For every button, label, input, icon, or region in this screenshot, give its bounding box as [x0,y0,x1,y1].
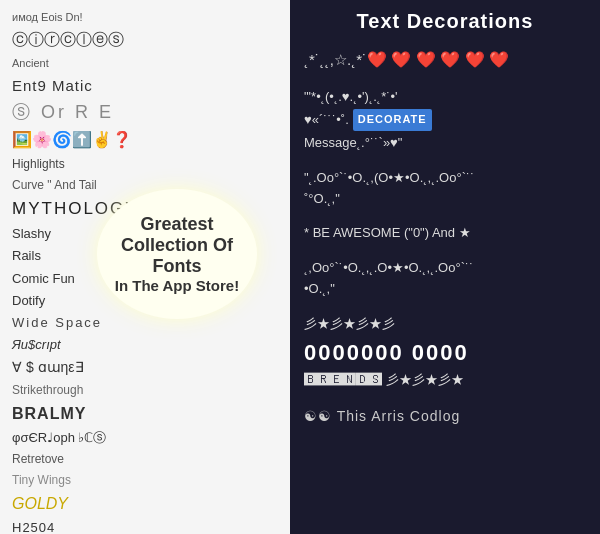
deco-big-zeros: 0000000 0000 [304,335,586,370]
deco-block-7: ☯☯ This Arris Codlog [304,405,586,427]
font-list-item-goldy[interactable]: GOLDY [0,491,290,517]
font-list-item-emoji-icons[interactable]: 🖼️🌸🌀⬆️✌️❓ [0,127,290,153]
font-list-item-highlights[interactable]: Highlights [0,154,290,175]
font-list-item-curve-tail[interactable]: Curve " And Tail [0,175,290,196]
deco-line-5a: ˛,Oo°`˙•O.˛,˛.O•★•O.˛,˛.Oo°`˙˙ [304,258,586,279]
promo-line1: Greatest [140,214,213,235]
font-list-panel[interactable]: имод Eois Dn!ⓒⓘⓡⓒⓛⓔⓢAncientEnt9 Maticⓢ O… [0,0,290,534]
deco-decorate-row: ♥«´˙˙˙•˚. DECORATE [304,109,586,131]
font-list-item-strikethrough[interactable]: Strikethrough [0,380,290,401]
deco-line-2a: "'*•˛(•˛.♥.˛•')˛.˛*˙•' [304,87,586,108]
promo-line4: In The App Store! [115,277,239,294]
promo-line3: Fonts [153,256,202,277]
deco-line-3a: "˛.Oo°`˙•O.˛,(O•★•O.˛,˛.Oo°`˙˙ [304,168,586,189]
deco-block-4: * BE AWESOME ("0") And ★ [304,223,586,244]
font-list-item-phi[interactable]: φσЄR♩oph ♭ℂⓢ [0,427,290,449]
font-list-item-retretove[interactable]: Retretove [0,449,290,470]
deco-stars-line: 彡★彡★彡★彡 [304,314,586,335]
deco-awesome-line: * BE AWESOME ("0") And ★ [304,223,586,244]
red-hearts: ❤️ ❤️ ❤️ ❤️ ❤️ ❤️ [367,51,509,68]
deco-block-6: 彡★彡★彡★彡 0000000 0000 🅱🆁🅴🅽🅳🆂 彡★彡★彡★ [304,314,586,391]
deco-hearts-text: ˛*˙˛˛,☆.˛*˙❤️ ❤️ ❤️ ❤️ ❤️ ❤️ [304,51,509,68]
font-list-item-or-re[interactable]: ⓢ Or R E [0,98,290,127]
deco-block-3: "˛.Oo°`˙•O.˛,(O•★•O.˛,˛.Oo°`˙˙ ˚°O.˛," [304,168,586,210]
deco-friends-line: 🅱🆁🅴🅽🅳🆂 彡★彡★彡★ [304,370,586,391]
font-list-item-bralmy[interactable]: BRALMY [0,401,290,427]
deco-line-5b: •O.˛," [304,279,586,300]
font-list-item-wide-space[interactable]: Wide Space [0,312,290,334]
deco-message-line: Message˛.°˙˙`»♥" [304,133,586,154]
decorate-box: DECORATE [353,109,432,131]
text-decorations-panel: Text Decorations ˛*˙˛˛,☆.˛*˙❤️ ❤️ ❤️ ❤️ … [290,0,600,534]
font-list-item-ent9[interactable]: Ent9 Matic [0,73,290,98]
font-list-item-h2504[interactable]: H2504 [0,517,290,534]
font-list-item-wings[interactable]: Tiny Wings [0,470,290,491]
deco-block-5: ˛,Oo°`˙•O.˛,˛.O•★•O.˛,˛.Oo°`˙˙ •O.˛," [304,258,586,300]
font-list-item-math[interactable]: ∀ $ ɑɯηε∃ [0,356,290,380]
font-list-item-script[interactable]: Яu$crıpt [0,334,290,356]
deco-line-3b: ˚°O.˛," [304,189,586,210]
deco-block-1: ˛*˙˛˛,☆.˛*˙❤️ ❤️ ❤️ ❤️ ❤️ ❤️ [304,47,586,73]
font-list-item-ancient[interactable]: Ancient [0,54,290,73]
panel-title: Text Decorations [304,10,586,33]
promo-line2: Collection Of [121,235,233,256]
center-promo-overlay: Greatest Collection Of Fonts In The App … [97,189,257,319]
deco-block-2: "'*•˛(•˛.♥.˛•')˛.˛*˙•' ♥«´˙˙˙•˚. DECORAT… [304,87,586,154]
font-list-item-иmod-eois[interactable]: имод Eois Dn! [0,8,290,27]
deco-hearts-prefix: ♥«´˙˙˙•˚. [304,110,349,131]
deco-arris-line: ☯☯ This Arris Codlog [304,405,586,427]
font-list-item-circles[interactable]: ⓒⓘⓡⓒⓛⓔⓢ [0,27,290,53]
